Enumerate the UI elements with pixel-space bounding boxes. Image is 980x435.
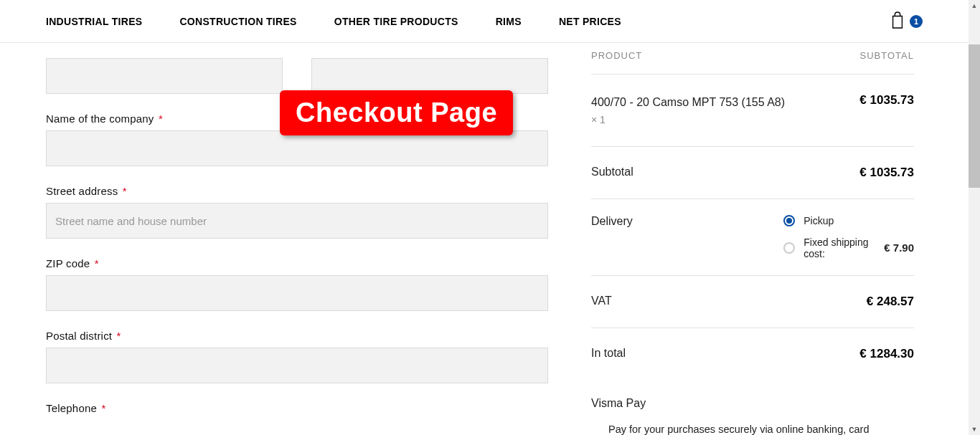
first-name-field[interactable] xyxy=(46,58,283,94)
delivery-pickup-label: Pickup xyxy=(804,215,875,226)
delivery-label: Delivery xyxy=(591,215,633,259)
scroll-up-icon[interactable]: ▲ xyxy=(969,0,980,11)
street-label: Street address * xyxy=(46,185,548,197)
delivery-fixed-radio[interactable] xyxy=(783,242,795,254)
zip-field[interactable] xyxy=(46,275,548,311)
product-name: 400/70 - 20 Camso MPT 753 (155 A8) xyxy=(591,93,785,112)
telephone-label: Telephone * xyxy=(46,402,548,414)
nav-construction-tires[interactable]: CONSTRUCTION TIRES xyxy=(179,16,296,27)
scroll-thumb[interactable] xyxy=(969,44,980,188)
product-price: € 1035.73 xyxy=(859,93,914,107)
total-value: € 1284.30 xyxy=(859,347,914,361)
subtotal-label: Subtotal xyxy=(591,166,633,178)
street-field[interactable] xyxy=(46,203,548,239)
delivery-fixed-label: Fixed shipping cost: xyxy=(804,236,875,259)
postal-district-field[interactable] xyxy=(46,348,548,383)
product-qty: × 1 xyxy=(591,112,785,128)
zip-label: ZIP code * xyxy=(46,257,548,269)
browser-scrollbar[interactable]: ▲ ▼ xyxy=(969,0,980,435)
checkout-page-overlay: Checkout Page xyxy=(280,90,513,135)
postal-district-label: Postal district * xyxy=(46,330,548,342)
summary-header-subtotal: SUBTOTAL xyxy=(860,50,914,61)
scroll-down-icon[interactable]: ▼ xyxy=(969,424,980,435)
summary-header-product: PRODUCT xyxy=(591,50,642,61)
nav-other-products[interactable]: OTHER TIRE PRODUCTS xyxy=(334,16,458,27)
nav-net-prices[interactable]: NET PRICES xyxy=(559,16,621,27)
company-field[interactable] xyxy=(46,130,548,166)
payment-desc-1: Pay for your purchases securely via onli… xyxy=(591,421,914,435)
main-nav: INDUSTRIAL TIRES CONSTRUCTION TIRES OTHE… xyxy=(0,0,969,43)
delivery-pickup-radio[interactable] xyxy=(783,215,795,226)
delivery-fixed-price: € 7.90 xyxy=(884,242,914,254)
cart-icon[interactable] xyxy=(890,11,905,32)
nav-industrial-tires[interactable]: INDUSTRIAL TIRES xyxy=(46,16,142,27)
last-name-field[interactable] xyxy=(311,58,548,94)
total-label: In total xyxy=(591,347,626,360)
cart-badge: 1 xyxy=(910,15,923,28)
nav-rims[interactable]: RIMS xyxy=(496,16,522,27)
vat-label: VAT xyxy=(591,295,612,307)
subtotal-value: € 1035.73 xyxy=(859,166,914,180)
payment-title: Visma Pay xyxy=(591,397,914,410)
vat-value: € 248.57 xyxy=(867,295,914,309)
